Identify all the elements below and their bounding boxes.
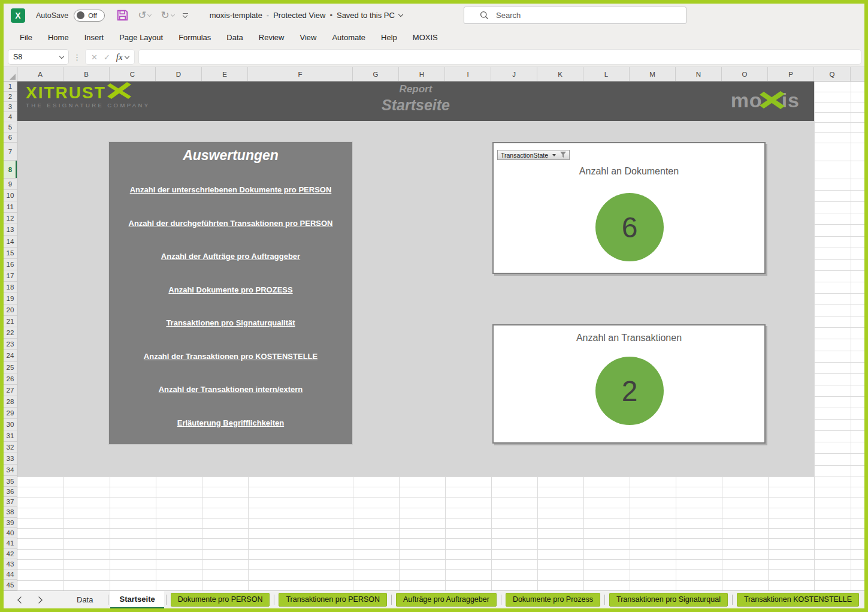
row-header-31[interactable]: 31 <box>4 430 17 442</box>
enter-icon[interactable]: ✓ <box>104 53 110 62</box>
row-header-29[interactable]: 29 <box>4 408 17 419</box>
row-header-11[interactable]: 11 <box>4 201 17 213</box>
auswertungen-link-2[interactable]: Anzahl der durchgeführten Transaktionen … <box>129 219 333 228</box>
sheet-tab-aufträge-pro-auftraggeber[interactable]: Aufträge pro Auftraggeber <box>396 593 497 607</box>
auswertungen-link-8[interactable]: Erläuterung Begrifflichkeiten <box>177 418 284 427</box>
row-header-17[interactable]: 17 <box>4 270 17 282</box>
row-header-8[interactable]: 8 <box>4 161 17 179</box>
ribbon-tab-page-layout[interactable]: Page Layout <box>111 27 171 47</box>
row-header-45[interactable]: 45 <box>4 580 17 590</box>
column-header-O[interactable]: O <box>722 67 768 81</box>
grid-canvas[interactable]: XITRUST THE ESIGNATURE COMPANY Report St… <box>17 82 864 590</box>
column-header-A[interactable]: A <box>17 67 63 81</box>
row-header-28[interactable]: 28 <box>4 396 17 408</box>
row-header-39[interactable]: 39 <box>4 518 17 528</box>
auswertungen-link-6[interactable]: Anzahl der Transaktionen pro KOSTENSTELL… <box>144 352 317 361</box>
column-header-F[interactable]: F <box>248 67 353 81</box>
row-header-6[interactable]: 6 <box>4 132 17 143</box>
row-header-5[interactable]: 5 <box>4 122 17 132</box>
ribbon-tab-home[interactable]: Home <box>40 27 77 47</box>
row-header-22[interactable]: 22 <box>4 327 17 339</box>
row-header-1[interactable]: 1 <box>4 82 17 92</box>
row-header-20[interactable]: 20 <box>4 305 17 316</box>
ribbon-tab-formulas[interactable]: Formulas <box>171 27 219 47</box>
row-header-10[interactable]: 10 <box>4 190 17 201</box>
sheet-tab-transaktionen-pro-person[interactable]: Transaktionen pro PERSON <box>279 593 387 607</box>
column-header-M[interactable]: M <box>630 67 676 81</box>
row-header-19[interactable]: 19 <box>4 293 17 305</box>
row-header-23[interactable]: 23 <box>4 339 17 350</box>
ribbon-tab-view[interactable]: View <box>292 27 324 47</box>
row-header-30[interactable]: 30 <box>4 419 17 430</box>
column-header-B[interactable]: B <box>63 67 110 81</box>
sheet-tab-transaktionen-pro-signaturqual[interactable]: Transaktionen pro Signaturqual <box>609 593 728 607</box>
row-header-4[interactable]: 4 <box>4 112 17 122</box>
row-header-18[interactable]: 18 <box>4 282 17 293</box>
column-header-I[interactable]: I <box>445 67 491 81</box>
column-header-N[interactable]: N <box>676 67 722 81</box>
row-header-12[interactable]: 12 <box>4 213 17 224</box>
row-header-26[interactable]: 26 <box>4 373 17 385</box>
row-header-42[interactable]: 42 <box>4 549 17 559</box>
row-header-32[interactable]: 32 <box>4 442 17 453</box>
column-header-E[interactable]: E <box>202 67 248 81</box>
auswertungen-link-7[interactable]: Anzahl der Transaktionen intern/extern <box>159 385 303 394</box>
undo-icon[interactable]: ↺ <box>138 9 151 22</box>
ribbon-tab-moxis[interactable]: MOXIS <box>405 27 446 47</box>
column-header-C[interactable]: C <box>110 67 156 81</box>
row-header-15[interactable]: 15 <box>4 248 17 259</box>
column-header-H[interactable]: H <box>399 67 445 81</box>
row-header-27[interactable]: 27 <box>4 385 17 396</box>
column-header-G[interactable]: G <box>353 67 399 81</box>
auswertungen-link-1[interactable]: Anzahl der unterschriebenen Dokumente pr… <box>130 185 332 194</box>
column-header-K[interactable]: K <box>537 67 583 81</box>
saved-location-label[interactable]: Saved to this PC <box>337 11 395 20</box>
row-header-43[interactable]: 43 <box>4 559 17 569</box>
ribbon-tab-review[interactable]: Review <box>251 27 292 47</box>
row-header-44[interactable]: 44 <box>4 569 17 580</box>
row-header-36[interactable]: 36 <box>4 487 17 497</box>
column-header-D[interactable]: D <box>156 67 202 81</box>
column-header-J[interactable]: J <box>491 67 537 81</box>
transactionstate-filter-button[interactable]: TransactionState <box>497 150 570 160</box>
row-header-40[interactable]: 40 <box>4 528 17 538</box>
cancel-icon[interactable]: ✕ <box>91 53 98 62</box>
ribbon-tab-help[interactable]: Help <box>373 27 405 47</box>
save-icon[interactable] <box>117 10 128 21</box>
chevron-down-icon[interactable] <box>398 12 403 17</box>
row-header-34[interactable]: 34 <box>4 465 17 476</box>
sheet-tab-startseite[interactable]: Startseite <box>110 591 164 609</box>
redo-icon[interactable]: ↻ <box>161 9 174 22</box>
ribbon-tab-automate[interactable]: Automate <box>324 27 373 47</box>
row-header-41[interactable]: 41 <box>4 538 17 548</box>
ribbon-tab-insert[interactable]: Insert <box>77 27 112 47</box>
formula-input[interactable] <box>139 50 861 64</box>
column-header-L[interactable]: L <box>583 67 630 81</box>
select-all-button[interactable] <box>4 67 17 81</box>
auswertungen-link-4[interactable]: Anzahl Dokumente pro PROZESS <box>168 285 292 294</box>
column-header-R[interactable]: R <box>851 67 864 81</box>
name-box[interactable]: S8 <box>8 50 68 64</box>
row-header-33[interactable]: 33 <box>4 453 17 465</box>
insert-function-button[interactable]: fx <box>116 52 129 62</box>
column-header-P[interactable]: P <box>768 67 814 81</box>
row-header-38[interactable]: 38 <box>4 507 17 517</box>
previous-sheet-icon[interactable] <box>12 598 30 602</box>
auswertungen-link-3[interactable]: Anzahl der Aufträge pro Auftraggeber <box>161 252 300 261</box>
row-header-9[interactable]: 9 <box>4 179 17 190</box>
auswertungen-link-5[interactable]: Transaktionen pro Signaturqualität <box>166 318 295 327</box>
row-header-16[interactable]: 16 <box>4 259 17 270</box>
customize-quick-access-icon[interactable] <box>183 13 188 17</box>
sheet-tab-dokumente-pro-person[interactable]: Dokumente pro PERSON <box>171 593 270 607</box>
sheet-tab-dokumente-pro-prozess[interactable]: Dokumente pro Prozess <box>506 593 600 607</box>
autosave-toggle[interactable]: Off <box>74 10 105 22</box>
column-header-Q[interactable]: Q <box>814 67 851 81</box>
row-header-25[interactable]: 25 <box>4 362 17 373</box>
sheet-tab-data[interactable]: Data <box>63 591 106 609</box>
next-sheet-icon[interactable] <box>30 598 48 602</box>
row-header-2[interactable]: 2 <box>4 92 17 102</box>
row-header-14[interactable]: 14 <box>4 236 17 247</box>
sheet-tab-transaktionen-kostenstelle[interactable]: Transaktionen KOSTENSTELLE <box>737 593 859 607</box>
row-header-35[interactable]: 35 <box>4 476 17 486</box>
ribbon-tab-file[interactable]: File <box>12 27 40 47</box>
